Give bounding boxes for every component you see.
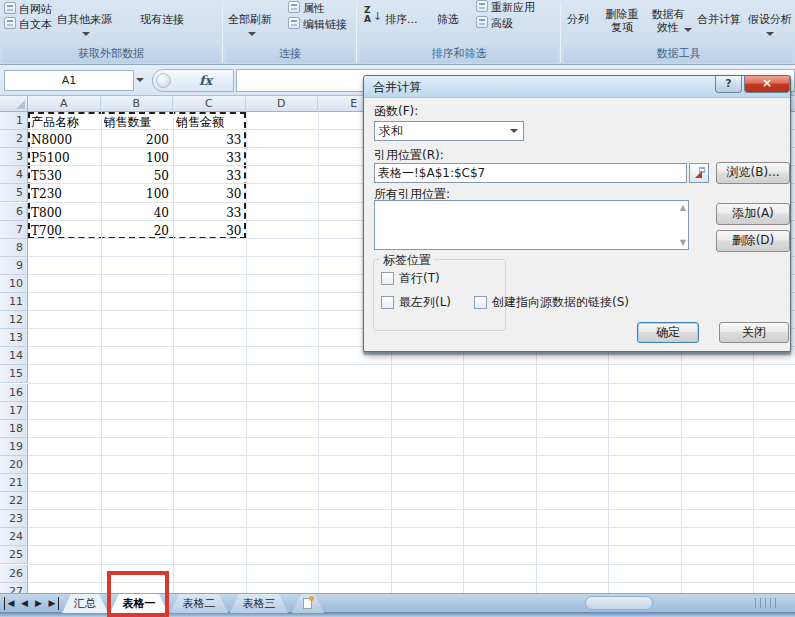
row-header-2[interactable]: 2 [0,130,28,148]
cell-B3[interactable]: 100 [104,149,170,167]
row-header-21[interactable]: 21 [0,474,28,492]
dialog-close-button[interactable]: 关闭 [719,322,789,343]
cell-A5[interactable]: T230 [31,185,97,203]
column-header-B[interactable]: B [101,96,174,112]
function-dropdown[interactable]: 求和 [374,121,524,141]
prev-sheet-nav-icon[interactable]: ◀ [18,597,31,610]
insert-function-button[interactable]: fx [152,69,234,92]
cell-B5[interactable]: 100 [104,185,170,203]
cell-B4[interactable]: 50 [104,167,170,185]
cell-C3[interactable]: 33 [176,149,242,167]
sheet-tab-表格二[interactable]: 表格二 [170,594,228,613]
row-header-9[interactable]: 9 [0,257,28,275]
row-header-6[interactable]: 6 [0,203,28,221]
row-header-17[interactable]: 17 [0,402,28,420]
from-web-button[interactable]: 自网站 [19,2,52,17]
row-header-8[interactable]: 8 [0,239,28,257]
name-box[interactable]: A1 [4,70,134,91]
scroll-up-icon[interactable]: ▲ [680,203,686,212]
cell-A3[interactable]: P5100 [31,149,97,167]
delete-button[interactable]: 删除(D) [716,230,790,252]
cell-C4[interactable]: 33 [176,167,242,185]
last-sheet-nav-icon[interactable]: ▶ [46,597,59,610]
cell-C6[interactable]: 33 [176,204,242,222]
top-row-checkbox[interactable]: 首行(T) [381,270,440,287]
properties-button[interactable]: 属性 [303,1,325,16]
from-other-sources-button[interactable]: 自其他来源 [57,12,112,27]
select-all-button[interactable] [0,96,28,112]
cell-B2[interactable]: 200 [104,131,170,149]
checkbox-icon[interactable] [474,296,487,309]
row-header-10[interactable]: 10 [0,275,28,293]
next-sheet-nav-icon[interactable]: ▶ [32,597,45,610]
cell-B6[interactable]: 40 [104,204,170,222]
all-references-listbox[interactable]: ▲ ▼ [374,200,689,250]
row-header-26[interactable]: 26 [0,565,28,583]
help-button[interactable]: ? [715,76,742,93]
text-to-columns-button[interactable]: 分列 [567,12,589,27]
sort-button[interactable]: 排序... [385,12,418,27]
checkbox-icon[interactable] [381,272,394,285]
cell-C5[interactable]: 30 [176,185,242,203]
cell-C7[interactable]: 30 [176,222,242,240]
row-header-25[interactable]: 25 [0,546,28,564]
row-header-13[interactable]: 13 [0,329,28,347]
row-header-18[interactable]: 18 [0,420,28,438]
sheet-tab-表格三[interactable]: 表格三 [230,594,288,613]
add-button[interactable]: 添加(A) [716,203,790,225]
cell-C2[interactable]: 33 [176,131,242,149]
column-header-A[interactable]: A [28,96,101,112]
row-header-11[interactable]: 11 [0,293,28,311]
create-link-checkbox[interactable]: 创建指向源数据的链接(S) [474,294,629,311]
row-header-14[interactable]: 14 [0,347,28,365]
row-header-1[interactable]: 1 [0,112,28,130]
row-header-12[interactable]: 12 [0,311,28,329]
cell-A2[interactable]: N8000 [31,131,97,149]
row-header-7[interactable]: 7 [0,221,28,239]
row-header-15[interactable]: 15 [0,365,28,383]
advanced-button[interactable]: 高级 [491,16,513,31]
row-header-19[interactable]: 19 [0,438,28,456]
column-header-D[interactable]: D [246,96,319,112]
reference-input[interactable]: 表格一!$A$1:$C$7 [374,163,687,183]
range-selector-button[interactable] [689,163,709,183]
cell-A6[interactable]: T800 [31,204,97,222]
insert-worksheet-tab[interactable] [292,594,324,613]
checkbox-icon[interactable] [381,296,394,309]
cell-A1[interactable]: 产品名称 [31,113,97,131]
cell-B1[interactable]: 销售数量 [104,113,170,131]
reapply-button[interactable]: 重新应用 [491,0,535,15]
remove-duplicates-button[interactable]: 删除重复项 [602,8,642,34]
row-header-24[interactable]: 24 [0,528,28,546]
from-text-button[interactable]: 自文本 [19,17,52,32]
horizontal-scrollbar-thumb[interactable] [585,596,653,610]
refresh-all-button[interactable]: 全部刷新 [228,12,272,27]
first-sheet-nav-icon[interactable]: ◀ [4,597,17,610]
scroll-down-icon[interactable]: ▼ [680,238,686,247]
row-header-23[interactable]: 23 [0,510,28,528]
consolidate-button[interactable]: 合并计算 [697,12,741,27]
cell-A4[interactable]: T530 [31,167,97,185]
name-box-dropdown-icon[interactable] [136,78,144,82]
left-column-checkbox[interactable]: 最左列(L) [381,294,451,311]
what-if-dropdown-icon[interactable] [766,32,774,36]
cell-A7[interactable]: T700 [31,222,97,240]
sheet-tab-汇总[interactable]: 汇总 [62,594,108,613]
row-header-22[interactable]: 22 [0,492,28,510]
existing-connections-button[interactable]: 现有连接 [140,12,184,27]
row-header-4[interactable]: 4 [0,166,28,184]
cell-B7[interactable]: 20 [104,222,170,240]
data-validation-button[interactable]: 数据有效性 [648,8,688,34]
edit-links-button[interactable]: 编辑链接 [303,17,347,32]
refresh-all-dropdown-icon[interactable] [248,32,256,36]
data-validation-dropdown-icon[interactable] [684,28,692,32]
ok-button[interactable]: 确定 [637,322,699,343]
row-header-16[interactable]: 16 [0,384,28,402]
row-header-27[interactable]: 27 [0,583,28,593]
row-header-20[interactable]: 20 [0,456,28,474]
filter-button[interactable]: 筛选 [437,12,459,27]
what-if-analysis-button[interactable]: 假设分析 [748,12,792,27]
from-other-sources-dropdown-icon[interactable] [82,32,90,36]
cell-C1[interactable]: 销售金额 [176,113,242,131]
column-header-C[interactable]: C [173,96,246,112]
